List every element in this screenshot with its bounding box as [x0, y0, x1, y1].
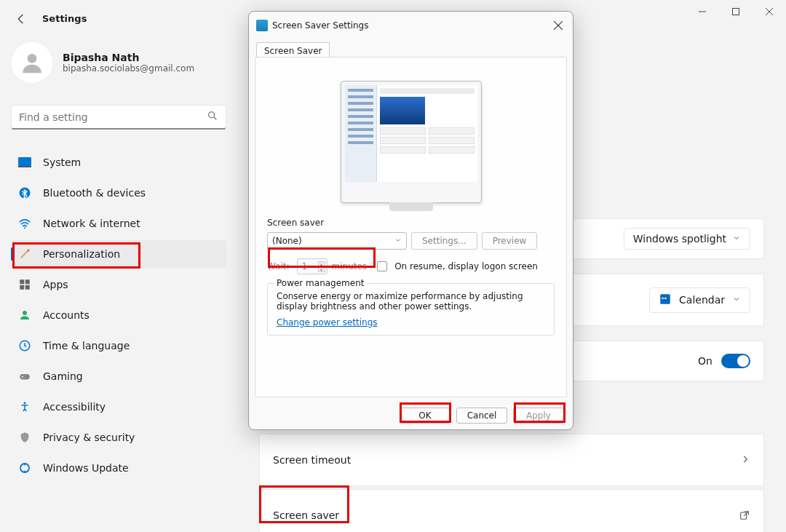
dialog-icon: [256, 20, 268, 31]
dialog-close-button[interactable]: [551, 18, 565, 33]
svg-rect-1: [733, 9, 739, 15]
nav-update[interactable]: Windows Update: [11, 454, 226, 482]
back-button[interactable]: [15, 12, 28, 28]
accounts-icon: [18, 309, 31, 322]
monitor-preview: [341, 81, 482, 203]
nav-label: Accounts: [43, 309, 90, 321]
app-title: Settings: [42, 13, 87, 24]
nav-personalization[interactable]: Personalization: [11, 240, 226, 268]
clock-icon: [18, 339, 31, 352]
toggle-label: On: [698, 355, 712, 367]
maximize-button[interactable]: [719, 0, 753, 23]
card-screen-timeout[interactable]: Screen timeout: [259, 434, 764, 486]
nav-label: Privacy & security: [43, 432, 135, 443]
avatar: [12, 42, 52, 83]
nav-label: Windows Update: [43, 462, 129, 474]
calendar-icon: [659, 293, 672, 308]
wait-value: 1: [302, 261, 308, 271]
nav-label: Gaming: [43, 370, 83, 382]
svg-rect-24: [664, 297, 666, 298]
svg-point-10: [24, 227, 25, 229]
spinner-down[interactable]: ▾: [318, 267, 325, 272]
nav-label: Time & language: [43, 340, 130, 352]
nav-list: System Bluetooth & devices Network & int…: [11, 148, 226, 485]
nav-time[interactable]: Time & language: [11, 332, 226, 360]
user-email: bipasha.sociolabs@gmail.com: [63, 63, 194, 74]
svg-point-19: [26, 376, 28, 378]
svg-point-15: [23, 311, 27, 315]
nav-label: Personalization: [43, 248, 120, 260]
wifi-icon: [18, 217, 31, 230]
chevron-down-icon: [732, 233, 741, 245]
minimize-button[interactable]: [686, 0, 719, 23]
svg-rect-8: [18, 166, 31, 167]
pm-text: Conserve energy or maximize performance …: [277, 291, 545, 311]
chevron-down-icon: [394, 236, 402, 246]
svg-rect-7: [18, 157, 31, 166]
combo-value: (None): [272, 236, 302, 246]
card-title: Screen timeout: [273, 454, 351, 466]
resume-checkbox[interactable]: [377, 261, 387, 271]
nav-accounts[interactable]: Accounts: [11, 301, 226, 329]
chevron-down-icon: [732, 294, 741, 306]
section-label: Screen saver: [267, 218, 555, 228]
resume-label: On resume, display logon screen: [394, 261, 538, 271]
svg-rect-11: [20, 279, 24, 284]
svg-rect-23: [662, 297, 664, 298]
svg-rect-17: [20, 374, 30, 380]
svg-point-18: [22, 376, 23, 378]
search-icon: [207, 110, 218, 124]
nav-label: System: [43, 156, 81, 168]
close-button[interactable]: [753, 0, 786, 23]
nav-gaming[interactable]: Gaming: [11, 362, 226, 390]
svg-rect-12: [25, 279, 30, 284]
spotlight-dropdown[interactable]: Windows spotlight: [624, 228, 750, 250]
search-input[interactable]: [19, 111, 207, 123]
nav-bluetooth[interactable]: Bluetooth & devices: [11, 179, 226, 207]
nav-privacy[interactable]: Privacy & security: [11, 424, 226, 451]
apply-button[interactable]: Apply: [513, 408, 564, 424]
pm-legend: Power management: [274, 278, 367, 288]
svg-rect-13: [20, 285, 24, 290]
shield-icon: [18, 431, 31, 444]
update-icon: [18, 461, 31, 475]
card-title: Screen saver: [273, 509, 339, 521]
cancel-button[interactable]: Cancel: [456, 408, 507, 424]
settings-button[interactable]: Settings...: [411, 232, 477, 250]
bluetooth-icon: [18, 186, 31, 199]
accessibility-icon: [18, 400, 31, 413]
power-management-group: Power management Conserve energy or maxi…: [267, 283, 555, 336]
nav-label: Apps: [43, 279, 68, 290]
svg-rect-14: [25, 285, 30, 290]
paintbrush-icon: [18, 247, 31, 261]
calendar-dropdown[interactable]: Calendar: [649, 287, 750, 313]
screen-saver-dialog: Screen Saver Settings Screen Saver: [248, 11, 573, 430]
nav-label: Accessibility: [43, 401, 106, 413]
wait-spinner[interactable]: 1 ▴▾: [297, 258, 328, 274]
minutes-label: minutes: [332, 261, 368, 271]
change-power-link[interactable]: Change power settings: [277, 317, 378, 327]
nav-label: Network & internet: [43, 218, 140, 229]
svg-rect-25: [741, 512, 747, 519]
svg-point-4: [28, 54, 37, 63]
screensaver-combo[interactable]: (None): [267, 232, 407, 250]
nav-apps[interactable]: Apps: [11, 271, 226, 298]
nav-system[interactable]: System: [11, 148, 226, 176]
dropdown-value: Calendar: [679, 294, 725, 306]
nav-accessibility[interactable]: Accessibility: [11, 393, 226, 421]
gamepad-icon: [18, 370, 31, 383]
svg-point-5: [209, 111, 215, 117]
preview-button[interactable]: Preview: [482, 232, 538, 250]
nav-network[interactable]: Network & internet: [11, 210, 226, 237]
svg-line-6: [214, 117, 216, 119]
toggle-switch[interactable]: [721, 354, 750, 368]
spinner-up[interactable]: ▴: [318, 261, 325, 266]
user-card[interactable]: Bipasha Nath bipasha.sociolabs@gmail.com: [12, 42, 194, 83]
ok-button[interactable]: OK: [400, 408, 450, 424]
chevron-right-icon: [740, 453, 750, 467]
card-screen-saver[interactable]: Screen saver: [259, 489, 764, 532]
nav-label: Bluetooth & devices: [43, 187, 146, 199]
svg-point-20: [24, 402, 26, 404]
user-name: Bipasha Nath: [63, 52, 194, 63]
search-box[interactable]: [11, 105, 226, 130]
